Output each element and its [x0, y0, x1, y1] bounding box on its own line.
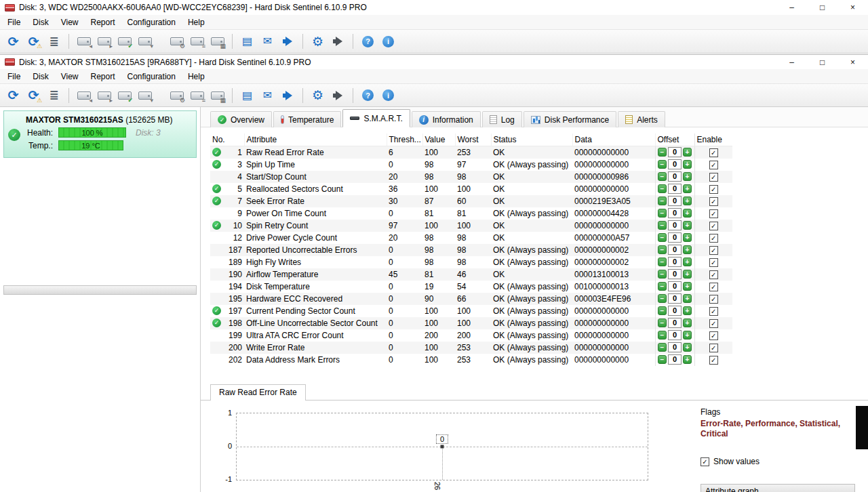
- tab-overview[interactable]: ✓Overview: [210, 111, 272, 127]
- maximize-button[interactable]: □: [807, 55, 837, 69]
- enable-checkbox[interactable]: ✓: [709, 258, 718, 267]
- offset-increase-button[interactable]: +: [683, 148, 692, 157]
- menu-disk[interactable]: Disk: [26, 16, 54, 29]
- offset-decrease-button[interactable]: −: [658, 184, 667, 193]
- tab-log[interactable]: Log: [482, 111, 522, 127]
- disk-surface-icon[interactable]: ▦: [208, 87, 226, 104]
- offset-decrease-button[interactable]: −: [658, 306, 667, 315]
- menu-help[interactable]: Help: [182, 70, 211, 83]
- disk-settings-icon[interactable]: ⚙: [167, 87, 186, 104]
- offset-increase-button[interactable]: +: [683, 221, 692, 230]
- disk-detect-icon[interactable]: ◂: [75, 87, 93, 104]
- menu-disk[interactable]: Disk: [26, 70, 54, 83]
- enable-checkbox[interactable]: ✓: [709, 234, 718, 243]
- enable-checkbox[interactable]: ✓: [709, 331, 718, 340]
- collapsed-panel-bar[interactable]: [3, 285, 197, 295]
- disk-remove-icon[interactable]: ▾: [136, 33, 154, 50]
- column-header-data[interactable]: Data: [572, 134, 655, 146]
- offset-increase-button[interactable]: +: [683, 294, 692, 303]
- attribute-graph-header[interactable]: Attribute graph: [701, 484, 855, 492]
- refresh-warning-icon[interactable]: ⟳⚠: [24, 33, 43, 50]
- offset-decrease-button[interactable]: −: [658, 331, 667, 340]
- smart-row[interactable]: ✓197Current Pending Sector Count0100100O…: [210, 305, 732, 317]
- enable-checkbox[interactable]: ✓: [709, 270, 718, 279]
- mail-icon[interactable]: ✉: [258, 87, 277, 104]
- offset-increase-button[interactable]: +: [683, 184, 692, 193]
- settings-gear-icon[interactable]: ⚙: [309, 87, 327, 104]
- column-header-no[interactable]: No.: [210, 134, 244, 146]
- offset-increase-button[interactable]: +: [683, 209, 692, 218]
- smart-row[interactable]: 12Drive Power Cycle Count209898OK0000000…: [210, 232, 732, 244]
- enable-checkbox[interactable]: ✓: [709, 173, 718, 182]
- smart-row[interactable]: ✓7Seek Error Rate308760OK0000219E3A05−0+…: [210, 195, 732, 207]
- enable-checkbox[interactable]: ✓: [709, 197, 718, 206]
- smart-row[interactable]: 200Write Error Rate0100253OK (Always pas…: [210, 342, 732, 354]
- tab-alerts[interactable]: Alerts: [618, 111, 665, 127]
- announce-icon[interactable]: [279, 87, 297, 104]
- enable-checkbox[interactable]: ✓: [709, 344, 718, 352]
- sound-settings-icon[interactable]: [329, 33, 347, 50]
- offset-decrease-button[interactable]: −: [658, 343, 667, 352]
- smart-row[interactable]: 195Hardware ECC Recovered09066OK (Always…: [210, 293, 732, 305]
- tab-information[interactable]: iInformation: [412, 111, 481, 127]
- disk-summary-panel[interactable]: ✓ MAXTOR STM3160215AS (152625 MB) Health…: [3, 110, 197, 158]
- disk-detect-icon[interactable]: ◂: [75, 33, 93, 50]
- offset-increase-button[interactable]: +: [683, 233, 692, 242]
- graph-tab[interactable]: Raw Read Error Rate: [210, 384, 306, 401]
- smart-row[interactable]: ✓1Raw Read Error Rate6100253OK0000000000…: [210, 146, 732, 159]
- enable-checkbox[interactable]: ✓: [709, 161, 718, 169]
- info-icon[interactable]: i: [379, 33, 397, 50]
- refresh-warning-icon[interactable]: ⟳⚠: [24, 87, 43, 104]
- enable-checkbox[interactable]: ✓: [709, 307, 718, 316]
- enable-checkbox[interactable]: ✓: [709, 185, 718, 194]
- enable-checkbox[interactable]: ✓: [709, 356, 718, 365]
- offset-decrease-button[interactable]: −: [658, 319, 667, 327]
- enable-checkbox[interactable]: ✓: [709, 209, 718, 218]
- offset-decrease-button[interactable]: −: [658, 172, 667, 181]
- enable-checkbox[interactable]: ✓: [709, 283, 718, 291]
- offset-decrease-button[interactable]: −: [658, 282, 667, 291]
- info-icon[interactable]: i: [379, 87, 397, 104]
- disk-report-icon[interactable]: ≡: [188, 33, 206, 50]
- minimize-button[interactable]: –: [776, 55, 807, 69]
- offset-decrease-button[interactable]: −: [658, 197, 667, 205]
- offset-decrease-button[interactable]: −: [658, 245, 667, 254]
- mail-icon[interactable]: ✉: [258, 33, 277, 50]
- disk-settings-icon[interactable]: ⚙: [167, 33, 186, 50]
- minimize-button[interactable]: –: [776, 0, 807, 15]
- tab-disk-performance[interactable]: Disk Performance: [524, 111, 616, 127]
- menu-file[interactable]: File: [1, 70, 26, 83]
- smart-row[interactable]: 189High Fly Writes09898OK (Always passin…: [210, 256, 732, 268]
- smart-row[interactable]: 9Power On Time Count08181OK (Always pass…: [210, 207, 732, 220]
- column-header-offset[interactable]: Offset: [655, 134, 694, 146]
- offset-increase-button[interactable]: +: [683, 319, 692, 327]
- report-list-icon[interactable]: ▤: [238, 33, 256, 50]
- smart-row[interactable]: 187Reported Uncorrectable Errors09898OK …: [210, 244, 732, 256]
- offset-decrease-button[interactable]: −: [658, 148, 667, 157]
- smart-row[interactable]: 194Disk Temperature01954OK (Always passi…: [210, 281, 732, 293]
- offset-increase-button[interactable]: +: [683, 197, 692, 205]
- smart-row[interactable]: ✓3Spin Up Time09897OK (Always passing)00…: [210, 159, 732, 171]
- report-list-icon[interactable]: ▤: [238, 87, 256, 104]
- disk-ok-icon[interactable]: ✔: [115, 33, 134, 50]
- tab-smart[interactable]: S.M.A.R.T.: [342, 109, 410, 127]
- help-icon[interactable]: ?: [359, 33, 377, 50]
- disk-standby-icon[interactable]: ▸: [95, 33, 113, 50]
- offset-decrease-button[interactable]: −: [658, 209, 667, 218]
- maximize-button[interactable]: □: [807, 0, 837, 15]
- offset-decrease-button[interactable]: −: [658, 160, 667, 169]
- enable-checkbox[interactable]: ✓: [709, 319, 718, 328]
- column-header-worst[interactable]: Worst: [455, 134, 491, 146]
- menu-report[interactable]: Report: [84, 16, 121, 29]
- plot-area[interactable]: 0: [236, 413, 648, 480]
- offset-increase-button[interactable]: +: [683, 306, 692, 315]
- disk-surface-icon[interactable]: ▦: [208, 33, 226, 50]
- smart-row[interactable]: 190Airflow Temperature458146OK0000131000…: [210, 268, 732, 281]
- offset-increase-button[interactable]: +: [683, 282, 692, 291]
- menu-help[interactable]: Help: [182, 16, 211, 29]
- menu-file[interactable]: File: [1, 16, 26, 29]
- close-button[interactable]: ×: [837, 55, 868, 69]
- enable-checkbox[interactable]: ✓: [709, 222, 718, 230]
- titlebar-maxtor[interactable]: Disk: 3, MAXTOR STM3160215AS [9RA688TY] …: [0, 55, 868, 69]
- offset-increase-button[interactable]: +: [683, 355, 692, 364]
